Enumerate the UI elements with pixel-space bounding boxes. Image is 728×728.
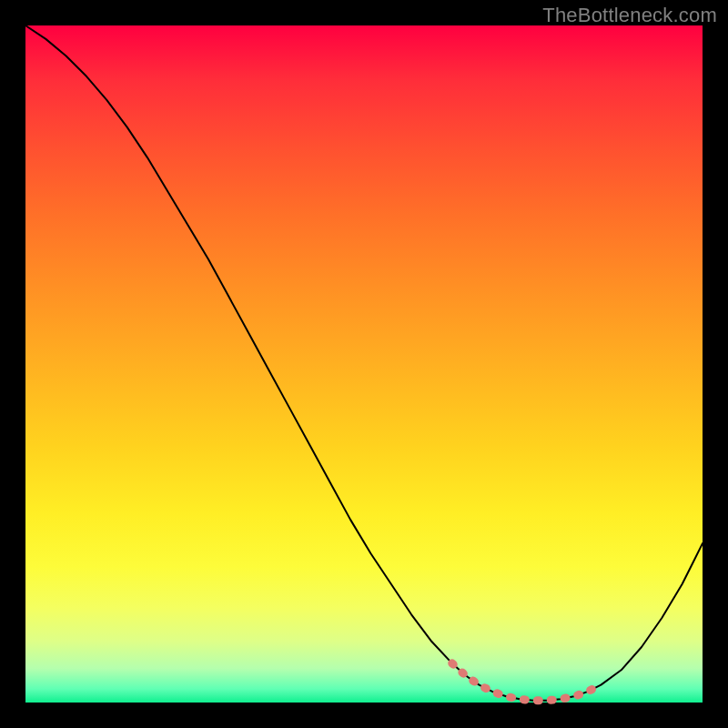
chart-curve-svg bbox=[25, 25, 703, 703]
chart-marker-curve bbox=[452, 663, 602, 701]
watermark-text: TheBottleneck.com bbox=[542, 4, 717, 27]
chart-plot-area bbox=[25, 25, 703, 703]
chart-main-curve bbox=[25, 25, 703, 701]
